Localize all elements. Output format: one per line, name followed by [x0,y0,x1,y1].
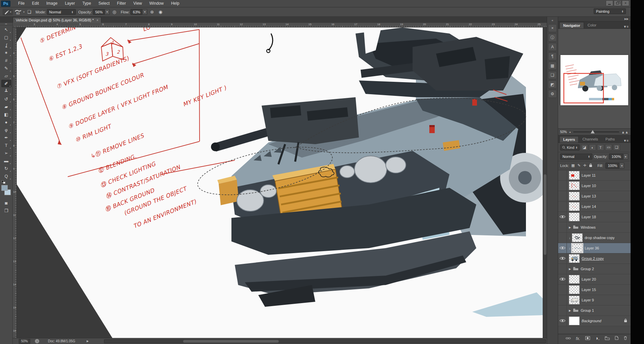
tab-paths[interactable]: Paths [602,136,619,142]
type-tool[interactable]: T [1,141,11,149]
visibility-toggle[interactable] [558,285,567,295]
layer-name[interactable]: Layer 20 [582,277,596,281]
info-panel-icon[interactable]: ⓘ [548,34,557,42]
layer-row[interactable]: Layer 15 [558,285,631,295]
layer-row[interactable]: ▶Group 1 [558,305,631,316]
layer-name[interactable]: Layer 36 [585,246,599,250]
layer-name[interactable]: drop shadow copy [585,236,614,240]
visibility-toggle[interactable] [558,316,567,326]
link-layers-icon[interactable] [566,335,571,341]
clone-stamp-tool[interactable]: ┻ [1,88,11,95]
layer-row-body[interactable]: Layer 18 [567,212,631,222]
layer-row[interactable]: ↓Layer 36 [558,243,631,253]
layer-name[interactable]: Layer 11 [582,173,596,177]
zoom-out-icon[interactable]: ▲ [569,131,571,133]
layer-row-body[interactable]: ↓drop shadow copy [567,233,631,243]
histogram-panel-icon[interactable]: ▦ [548,62,557,70]
restore-button[interactable] [614,0,621,6]
lock-transparent-pixels-icon[interactable]: ▦ [571,163,575,168]
layer-name[interactable]: Layer 10 [582,184,596,188]
layer-name[interactable]: Group 1 [581,308,594,312]
layer-row-body[interactable]: ▶Group 1 [567,305,631,316]
layer-thumbnail[interactable] [572,244,583,252]
quick-mask-icon[interactable]: ◙ [1,199,11,207]
layer-row[interactable]: Layer 11 [558,170,631,181]
layer-row-body[interactable]: Group 2 copy [567,253,631,264]
visibility-toggle[interactable] [558,274,567,284]
layer-row[interactable]: Layer 20 [558,274,631,285]
lock-image-pixels-icon[interactable]: ✎ [578,163,581,168]
menu-type[interactable]: Type [78,0,95,7]
menu-filter[interactable]: Filter [113,0,130,7]
workspace-select[interactable]: Painting ▲▼ [594,8,626,14]
layer-name[interactable]: Windows [581,225,596,229]
visibility-toggle[interactable] [558,181,567,191]
visibility-toggle[interactable] [558,243,567,253]
lock-all-icon[interactable] [589,163,592,168]
expand-panels-icon[interactable]: « [548,18,557,23]
layer-row-body[interactable]: ↓Layer 36 [567,243,631,253]
visibility-toggle[interactable] [558,295,567,305]
default-colors-icon[interactable] [1,180,6,184]
screen-mode-icon[interactable]: ❐ [1,207,11,214]
visibility-toggle[interactable] [558,212,567,222]
layer-thumbnail[interactable] [569,317,580,325]
layer-thumbnail[interactable] [569,213,580,221]
spot-healing-brush-tool[interactable]: ▱ [1,72,11,79]
layer-row[interactable]: ↓drop shadow copy [558,233,631,243]
visibility-toggle[interactable] [558,264,567,274]
fill-dropdown-icon[interactable]: ▼ [620,163,624,169]
layer-row-body[interactable]: Layer 11 [567,170,631,180]
layer-thumbnail[interactable] [569,171,580,180]
menu-window[interactable]: Window [146,0,167,7]
filter-kind-select[interactable]: Kind ▲▼ [560,145,580,151]
panel-menu-icon[interactable]: ▼≡ [623,139,629,142]
layer-row[interactable]: ▶Group 2 [558,264,631,274]
foreground-color-swatch[interactable] [1,185,8,191]
layer-row-body[interactable]: Background [567,316,631,326]
layer-thumbnail[interactable] [569,202,580,211]
close-button[interactable]: × [622,0,629,6]
document-tab[interactable]: Vehicle Design.psd @ 50% (Layer 36, RGB/… [13,17,101,23]
tab-layers[interactable]: Layers [559,136,579,142]
layer-row[interactable]: Layer 14 [558,202,631,212]
rotate-view-tool[interactable]: ↻ [1,165,11,172]
layer-row-body[interactable]: Layer 14 [567,202,631,212]
layer-style-icon[interactable]: fx. [576,335,580,341]
menu-edit[interactable]: Edit [28,0,43,7]
menu-image[interactable]: Image [43,0,61,7]
layer-thumbnail[interactable] [569,296,580,304]
eraser-tool[interactable]: ▰ [1,103,11,110]
navigator-thumbnail[interactable] [560,55,628,105]
group-expand-icon[interactable]: ▶ [569,226,571,229]
zoom-in-icon[interactable]: ▲▲ [621,130,629,134]
canvas-viewport[interactable]: 123 ⑤ DETERMINLO⑥ EST 1,2,3⑦ VFX (SOFT G… [17,27,543,338]
layer-opacity-dropdown-icon[interactable]: ▼ [624,154,628,160]
visibility-toggle[interactable] [558,202,567,212]
visibility-toggle[interactable] [558,305,567,316]
layer-row-body[interactable]: ▶Windows [567,222,631,232]
horizontal-scrollbar[interactable] [104,339,546,343]
pressure-size-icon[interactable]: ◉ [157,9,164,15]
menu-view[interactable]: View [129,0,146,7]
layer-row-body[interactable]: Layer 9 [567,295,631,305]
tool-presets-panel-icon[interactable]: ⚙ [548,90,557,98]
move-tool[interactable]: ↖ [1,26,11,33]
menu-layer[interactable]: Layer [61,0,78,7]
opacity-dropdown-icon[interactable]: ▼ [105,9,110,15]
layer-thumbnail[interactable] [569,254,580,263]
layer-row[interactable]: ▶Windows [558,222,631,233]
filter-adjustment-layers-icon[interactable]: ◐ [589,144,596,151]
visibility-toggle[interactable] [558,233,567,243]
zoom-level-field[interactable]: 50% [19,339,30,344]
brush-tool[interactable]: ✐ [1,80,11,87]
filter-shape-layers-icon[interactable]: ▭ [605,144,612,151]
group-expand-icon[interactable]: ▶ [569,268,571,271]
layer-row[interactable]: Background [558,316,631,326]
tab-color[interactable]: Color [584,22,600,28]
layer-name[interactable]: Layer 9 [582,298,594,302]
layer-blend-mode-select[interactable]: Normal ▲▼ [560,154,592,160]
collapse-dock-icon[interactable]: ▶▶ [625,17,629,20]
blur-tool[interactable]: ● [1,118,11,126]
horizontal-scrollbar-thumb[interactable] [183,340,279,343]
